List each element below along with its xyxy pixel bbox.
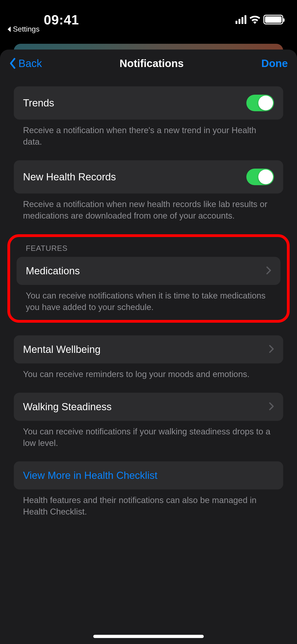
home-indicator[interactable] [93,635,204,638]
walking-row[interactable]: Walking Steadiness [14,393,283,421]
nav-bar: Back Notifications Done [0,50,297,77]
page-title: Notifications [120,57,184,70]
back-label: Back [18,57,42,70]
mental-row[interactable]: Mental Wellbeing [14,335,283,364]
status-indicators [236,15,283,24]
trends-label: Trends [23,97,54,109]
back-triangle-icon [7,26,12,32]
trends-footer: Receive a notification when there's a ne… [14,120,283,148]
chevron-left-icon [9,58,16,69]
medications-label: Medications [26,265,80,277]
battery-icon [264,15,283,24]
records-toggle[interactable] [246,168,274,185]
cellular-icon [236,15,246,24]
walking-footer: You can receive notifications if your wa… [14,421,283,449]
records-group: New Health Records Receive a notificatio… [14,160,283,222]
chevron-right-icon [269,402,274,411]
mental-label: Mental Wellbeing [23,344,100,355]
medications-highlight: FEATURES Medications You can receive not… [7,234,290,323]
records-footer: Receive a notification when new health r… [14,194,283,222]
mental-footer: You can receive reminders to log your mo… [14,364,283,380]
records-label: New Health Records [23,171,116,183]
medications-footer: You can receive notifications when it is… [14,285,283,313]
walking-group: Walking Steadiness You can receive notif… [14,393,283,449]
checklist-label: View More in Health Checklist [23,470,158,481]
walking-label: Walking Steadiness [23,401,112,412]
checklist-group: View More in Health Checklist Health fea… [14,461,283,518]
back-button[interactable]: Back [9,57,42,70]
features-header: FEATURES [14,244,283,257]
breadcrumb-settings[interactable]: Settings [7,25,40,34]
checklist-row[interactable]: View More in Health Checklist [14,461,283,490]
notifications-sheet: Back Notifications Done Trends Receive a… [0,50,297,644]
chevron-right-icon [266,266,271,276]
trends-row[interactable]: Trends [14,86,283,120]
status-bar: 09:41 [0,0,297,32]
mental-group: Mental Wellbeing You can receive reminde… [14,335,283,380]
trends-group: Trends Receive a notification when there… [14,86,283,148]
done-button[interactable]: Done [261,57,288,70]
breadcrumb-label: Settings [13,25,40,34]
wifi-icon [250,16,260,24]
checklist-footer: Health features and their notifications … [14,490,283,518]
chevron-right-icon [269,345,274,354]
medications-row[interactable]: Medications [16,257,280,285]
trends-toggle[interactable] [246,95,274,111]
records-row[interactable]: New Health Records [14,160,283,194]
